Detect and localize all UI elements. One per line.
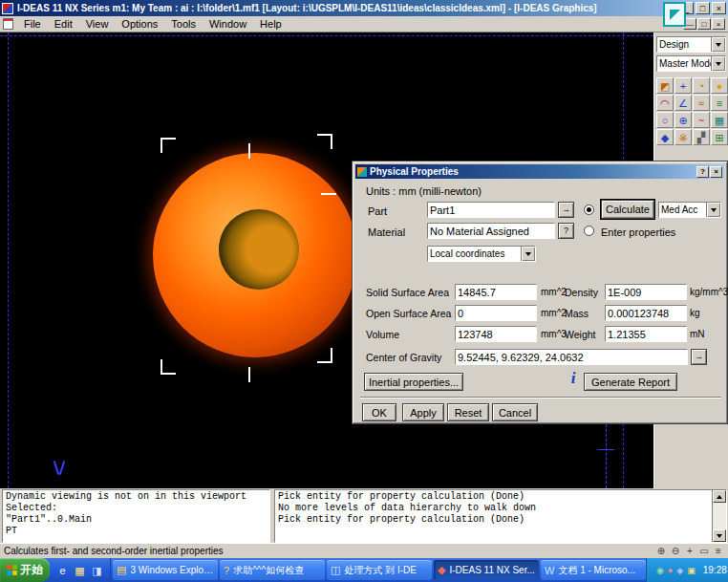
volume-field[interactable] bbox=[455, 326, 537, 342]
task-label: 文档 1 - Microso... bbox=[558, 564, 635, 577]
scroll-down-button[interactable] bbox=[713, 529, 726, 542]
select-arrow-icon[interactable] bbox=[663, 2, 686, 27]
generate-report-button[interactable]: Generate Report bbox=[584, 373, 677, 391]
arrow-glyph bbox=[670, 10, 680, 20]
scrollbar[interactable] bbox=[712, 490, 726, 542]
weight-field[interactable] bbox=[605, 326, 687, 342]
part-pick-button[interactable]: → bbox=[558, 202, 574, 218]
torus-hole bbox=[219, 209, 299, 290]
toolbar-icon[interactable]: ▞ bbox=[693, 129, 710, 145]
material-help-button[interactable]: ? bbox=[558, 223, 574, 239]
apply-button[interactable]: Apply bbox=[402, 403, 444, 421]
taskbar-task-word[interactable]: W 文档 1 - Microso... bbox=[541, 560, 646, 580]
toolbar-icon[interactable]: ⊕ bbox=[674, 112, 692, 128]
window-fit-icon[interactable]: ▭ bbox=[698, 546, 710, 556]
open-surface-area-field[interactable] bbox=[455, 305, 537, 321]
dialog-help-button[interactable]: ? bbox=[696, 166, 709, 178]
toolbar-icon[interactable]: ◩ bbox=[656, 77, 674, 94]
ok-button[interactable]: OK bbox=[362, 403, 396, 421]
tray-icon[interactable]: ● bbox=[668, 566, 673, 575]
taskbar-task-document[interactable]: ◫ 处理方式 到 I-DE bbox=[327, 560, 432, 580]
toolbar-icon[interactable]: ◠ bbox=[656, 95, 674, 111]
chevron-down-icon[interactable] bbox=[521, 247, 535, 261]
mdi-restore-button[interactable]: □ bbox=[697, 18, 711, 30]
density-label: Density bbox=[565, 287, 598, 298]
dialog-title-bar[interactable]: Physical Properties ? × bbox=[355, 164, 724, 179]
close-button[interactable]: × bbox=[712, 2, 726, 14]
tray-icon[interactable]: ◉ bbox=[656, 566, 664, 575]
clock: 19:28 bbox=[703, 565, 727, 575]
taskbar-task-help[interactable]: ? 求助^^^如何检查 bbox=[220, 560, 325, 580]
mdi-close-button[interactable]: × bbox=[712, 18, 725, 30]
solid-surface-area-field[interactable] bbox=[455, 284, 537, 300]
folder-icon: ▤ bbox=[117, 564, 126, 576]
physical-properties-dialog: Physical Properties ? × Units : mm (mill… bbox=[352, 161, 728, 424]
tray-icon[interactable]: ◆ bbox=[676, 566, 683, 575]
accuracy-dropdown[interactable]: Med Acc bbox=[658, 202, 721, 218]
title-bar[interactable]: I-DEAS 11 NX Series m1: My Team : ai : I… bbox=[0, 0, 728, 16]
mass-field[interactable] bbox=[605, 305, 687, 321]
axis-marker-horizontal bbox=[598, 449, 614, 450]
toolbar-icon[interactable]: ▦ bbox=[711, 112, 728, 128]
torus-model[interactable] bbox=[153, 153, 357, 357]
calculate-radio[interactable] bbox=[584, 205, 594, 215]
selection-tick-right bbox=[321, 193, 336, 195]
calculate-button[interactable]: Calculate bbox=[601, 200, 654, 219]
task-selector-dropdown[interactable]: Design bbox=[656, 36, 726, 53]
media-player-icon[interactable]: ◨ bbox=[90, 563, 104, 578]
dialog-close-button[interactable]: × bbox=[710, 166, 722, 178]
toolbar-icon[interactable]: ● bbox=[711, 77, 728, 94]
part-input[interactable] bbox=[427, 202, 555, 218]
menu-options[interactable]: Options bbox=[115, 17, 164, 31]
zoom-in-icon[interactable]: ⊕ bbox=[655, 546, 667, 556]
prompt-history-panel[interactable]: Pick entity for property calculation (Do… bbox=[274, 489, 727, 543]
toolbar-icon[interactable]: ∠ bbox=[674, 95, 692, 111]
taskbar-task-explorer[interactable]: ▤ 3 Windows Explorer bbox=[113, 560, 218, 580]
menu-view[interactable]: View bbox=[79, 17, 116, 31]
browser-icon[interactable]: e bbox=[55, 563, 70, 578]
axis-marker-vertical bbox=[606, 424, 607, 488]
material-input[interactable] bbox=[427, 223, 555, 239]
toolbar-icon[interactable]: ◆ bbox=[656, 129, 674, 145]
show-desktop-icon[interactable]: ▦ bbox=[73, 563, 87, 578]
weight-unit: mN bbox=[690, 329, 705, 339]
zoom-out-icon[interactable]: ⊖ bbox=[670, 546, 681, 556]
toolbar-icon[interactable]: ○ bbox=[656, 112, 674, 128]
density-field[interactable] bbox=[605, 284, 687, 300]
cog-pick-button[interactable]: → bbox=[691, 349, 707, 365]
pan-icon[interactable]: + bbox=[684, 546, 696, 556]
menu-edit[interactable]: Edit bbox=[48, 17, 79, 31]
construction-line-top bbox=[0, 35, 653, 36]
coordinates-dropdown[interactable]: Local coordinates bbox=[427, 246, 536, 262]
toolbar-icon[interactable]: + bbox=[674, 77, 692, 94]
menu-file[interactable]: File bbox=[17, 17, 48, 31]
chevron-down-icon[interactable] bbox=[711, 37, 725, 52]
list-icon[interactable]: ≡ bbox=[713, 546, 724, 556]
toolbar-icon[interactable]: ~ bbox=[693, 112, 710, 128]
reset-button[interactable]: Reset bbox=[447, 403, 489, 421]
center-of-gravity-field[interactable] bbox=[455, 349, 688, 365]
message-list-panel[interactable]: Dynamic viewing is not on in this viewpo… bbox=[2, 489, 270, 543]
menu-help[interactable]: Help bbox=[253, 17, 289, 31]
scroll-up-button[interactable] bbox=[713, 490, 726, 503]
enter-properties-radio[interactable] bbox=[584, 226, 594, 236]
module-selector-dropdown[interactable]: Master Modeler bbox=[656, 55, 726, 72]
toolbar-icon[interactable]: ⊞ bbox=[711, 129, 728, 145]
toolbar-icon[interactable]: ≡ bbox=[711, 95, 728, 111]
selection-tick-bottom bbox=[248, 367, 250, 382]
toolbar-icon[interactable]: ≈ bbox=[693, 95, 710, 111]
restore-button[interactable]: □ bbox=[696, 2, 710, 14]
tray-icon[interactable]: ▣ bbox=[687, 566, 696, 575]
chevron-down-icon[interactable] bbox=[706, 203, 720, 217]
selection-bracket-top-left bbox=[161, 138, 176, 153]
toolbar-icon[interactable]: ◔ bbox=[693, 77, 710, 94]
chevron-down-icon[interactable] bbox=[711, 56, 725, 71]
toolbar-icon[interactable]: ※ bbox=[674, 129, 692, 145]
inertial-properties-button[interactable]: Inertial properties... bbox=[364, 373, 463, 391]
menu-tools[interactable]: Tools bbox=[164, 17, 203, 31]
system-tray: ◉ ● ◆ ▣ 19:28 bbox=[646, 558, 728, 582]
start-button[interactable]: 开始 bbox=[0, 558, 50, 582]
taskbar-task-ideas[interactable]: ◆ I-DEAS 11 NX Ser... bbox=[434, 560, 539, 580]
cancel-button[interactable]: Cancel bbox=[492, 403, 538, 421]
menu-window[interactable]: Window bbox=[203, 17, 253, 31]
